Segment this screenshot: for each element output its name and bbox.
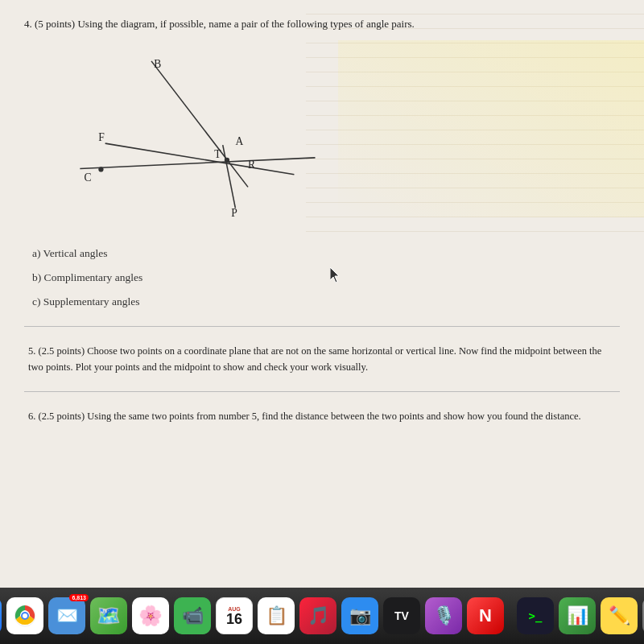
answer-c: c) Supplementary angles xyxy=(32,294,620,310)
calendar-icon[interactable]: AUG 16 xyxy=(216,597,253,634)
terminal-icon[interactable]: >_ xyxy=(517,597,554,634)
notes-icon[interactable]: ✏️ xyxy=(601,597,638,634)
answer-b: b) Complimentary angles xyxy=(32,270,620,286)
reminders-icon[interactable]: 📋 xyxy=(258,597,295,634)
svg-line-3 xyxy=(223,145,236,208)
finder-icon[interactable]: 🐱 xyxy=(0,597,2,634)
question-6-text: 6. (2.5 points) Using the same two point… xyxy=(24,408,620,424)
label-A: A xyxy=(235,135,243,147)
label-F: F xyxy=(98,131,105,143)
mail-icon[interactable]: ✉️ 6,813 xyxy=(48,597,85,634)
label-R: R xyxy=(248,159,256,171)
svg-line-0 xyxy=(80,157,315,168)
svg-line-2 xyxy=(151,60,248,187)
svg-line-1 xyxy=(105,143,295,175)
c-dot xyxy=(98,167,103,171)
question-5-text: 5. (2.5 points) Choose two points on a c… xyxy=(24,343,620,375)
podcast-icon[interactable]: 🎙️ xyxy=(425,597,462,634)
zoom-icon[interactable]: 📷 xyxy=(341,597,378,634)
svg-point-12 xyxy=(23,613,27,618)
label-P: P xyxy=(231,206,237,218)
taskbar: 🐱 ✉️ 6,813 🗺️ 🌸 📹 AUG 16 xyxy=(0,588,644,644)
appletv-icon[interactable]: TV xyxy=(383,597,420,634)
divider-1 xyxy=(24,326,620,327)
label-T: T xyxy=(214,147,221,159)
answer-a: a) Vertical angles xyxy=(32,246,620,262)
maps-icon[interactable]: 🗺️ xyxy=(90,597,127,634)
diagram-svg: B F T A R C P xyxy=(48,44,330,237)
intersection-dot xyxy=(225,157,229,162)
divider-2 xyxy=(24,391,620,392)
facetime-icon[interactable]: 📹 xyxy=(174,597,211,634)
geometry-diagram: B F T A R C P xyxy=(48,44,330,237)
label-C: C xyxy=(85,171,92,184)
photos-icon[interactable]: 🌸 xyxy=(132,597,169,634)
news-icon[interactable]: N xyxy=(467,597,504,634)
chrome-icon[interactable] xyxy=(6,597,43,634)
numbers-icon[interactable]: 📊 xyxy=(559,597,596,634)
mail-badge: 6,813 xyxy=(69,594,89,601)
answers-section: a) Vertical angles b) Complimentary angl… xyxy=(32,246,620,311)
music-icon[interactable]: 🎵 xyxy=(299,597,336,634)
content-area: 4. (5 points) Using the diagram, if poss… xyxy=(0,0,644,588)
label-B: B xyxy=(154,58,161,70)
calendar-day: 16 xyxy=(226,612,242,626)
question-4-text: 4. (5 points) Using the diagram, if poss… xyxy=(24,16,620,32)
